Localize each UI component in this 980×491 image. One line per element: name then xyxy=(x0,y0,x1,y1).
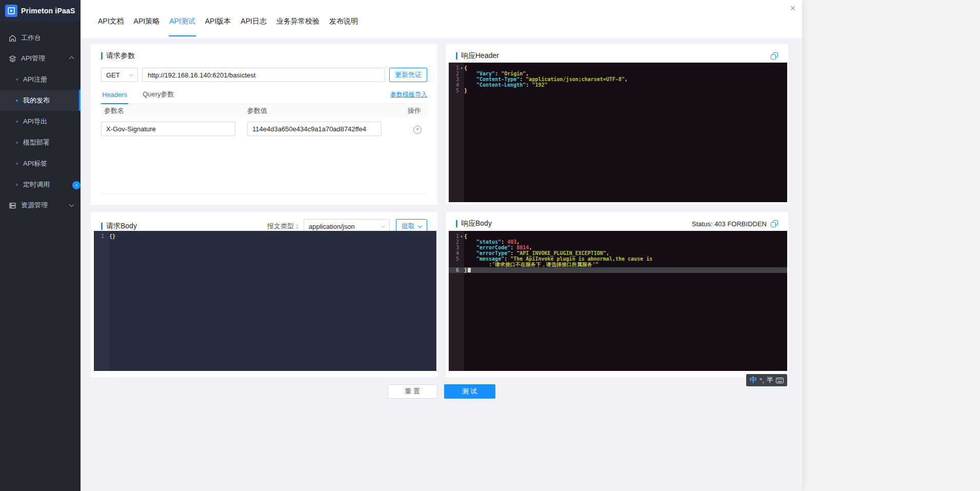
request-body-panel: 请求Body 报文类型： application/json 提取 1{} xyxy=(91,212,437,377)
ime-toolbar[interactable]: 中 °, 半 xyxy=(746,374,787,386)
app-title: Primeton iPaaS xyxy=(21,7,75,15)
title-accent-bar xyxy=(456,52,457,60)
panel-title: 响应Header xyxy=(461,51,499,61)
refresh-credential-button[interactable]: 更新凭证 xyxy=(389,68,427,82)
text-cursor xyxy=(468,268,471,272)
copy-icon[interactable] xyxy=(771,52,778,60)
keyboard-icon[interactable] xyxy=(776,378,784,383)
reset-button[interactable]: 重 置 xyxy=(388,384,437,399)
chevron-down-icon xyxy=(69,202,74,207)
method-value: GET xyxy=(106,71,120,79)
param-tabs: Headers Query参数 参数模板导入 xyxy=(101,90,427,104)
ime-language-indicator[interactable]: 中 xyxy=(750,376,757,385)
panel-title: 请求Body xyxy=(106,222,137,231)
sidebar-item-label: 资源管理 xyxy=(21,201,65,210)
close-icon[interactable]: × xyxy=(790,4,795,13)
bullet-icon xyxy=(16,100,18,102)
content-type-value: application/json xyxy=(309,223,355,230)
sidebar-item-label: 模型部署 xyxy=(23,138,50,147)
column-header-name: 参数名 xyxy=(104,106,247,115)
panel-title-row: 请求参数 xyxy=(101,51,427,61)
sidebar-item-my-publish[interactable]: 我的发布 xyxy=(0,90,81,111)
param-value-input[interactable] xyxy=(247,122,382,136)
sidebar-item-api-management[interactable]: API管理 xyxy=(0,48,81,69)
sidebar-item-api-register[interactable]: API注册 xyxy=(0,69,81,90)
param-table-header: 参数名 参数值 操作 xyxy=(101,104,427,117)
sidebar-item-label: 定时调用 xyxy=(23,180,50,189)
ime-width-indicator[interactable]: 半 xyxy=(767,376,773,385)
bullet-icon xyxy=(16,78,18,81)
sidebar-item-api-export[interactable]: API导出 xyxy=(0,111,81,132)
sidebar-item-model-deploy[interactable]: 模型部署 xyxy=(0,132,81,153)
response-header-panel: 响应Header 1▼{ 2"Vary": "Origin", 3"Conten… xyxy=(446,44,788,205)
method-select[interactable]: GET xyxy=(101,68,138,82)
bullet-icon xyxy=(16,184,18,186)
title-accent-bar xyxy=(101,52,103,60)
panel-title: 请求参数 xyxy=(106,51,135,61)
sidebar-item-label: API标签 xyxy=(23,159,47,168)
tab-release-notes[interactable]: 发布说明 xyxy=(329,17,358,35)
tab-headers[interactable]: Headers xyxy=(101,91,128,104)
code-line: 3"errorCode": 8814, xyxy=(449,245,787,250)
param-template-import-link[interactable]: 参数模板导入 xyxy=(390,90,427,104)
response-body-editor[interactable]: 1▼{ 2"status": 403, 3"errorCode": 8814, … xyxy=(449,231,787,371)
logo-icon xyxy=(5,5,17,17)
sidebar-item-label: API管理 xyxy=(21,54,65,63)
ime-punctuation-indicator[interactable]: °, xyxy=(759,377,764,384)
sidebar: Primeton iPaaS 工作台 API管理 API注册 xyxy=(0,0,81,491)
tab-api-version[interactable]: API版本 xyxy=(205,17,232,35)
layers-icon xyxy=(9,55,16,63)
code-line: 4"errorType": "API_INVOKE_PLUGIN_EXCEPTI… xyxy=(449,250,787,256)
sidebar-item-api-tags[interactable]: API标签 xyxy=(0,153,81,174)
tab-query-params[interactable]: Query参数 xyxy=(142,90,175,104)
title-accent-bar xyxy=(456,220,457,227)
code-line-wrap: :'请求接口不在服务下，请选择接口所属服务'" xyxy=(449,262,787,267)
request-line: GET 更新凭证 xyxy=(101,68,427,82)
copy-icon[interactable] xyxy=(771,220,778,227)
content-grid: 请求参数 GET 更新凭证 Headers Query参数 参数模板导入 参 xyxy=(81,38,802,377)
request-body-editor[interactable]: 1{} xyxy=(94,231,436,371)
sidebar-item-scheduled-call[interactable]: 定时调用 xyxy=(0,174,81,195)
sidebar-item-workbench[interactable]: 工作台 xyxy=(0,28,81,48)
tab-api-policy[interactable]: API策略 xyxy=(133,17,161,35)
request-params-panel: 请求参数 GET 更新凭证 Headers Query参数 参数模板导入 参 xyxy=(91,44,437,205)
status-badge: Status: 403 FORBIDDEN xyxy=(692,220,767,228)
column-header-value: 参数值 xyxy=(247,106,405,115)
code-line: 3"Content-Type": "application/json;chars… xyxy=(449,76,787,82)
response-body-panel: 响应Body Status: 403 FORBIDDEN 1▼{ 2"statu… xyxy=(446,212,788,377)
param-table-empty-area xyxy=(101,136,427,194)
home-icon xyxy=(9,34,16,42)
sidebar-item-resource-management[interactable]: 资源管理 xyxy=(0,195,81,215)
content-type-label: 报文类型： xyxy=(267,222,301,231)
sidebar-collapse-button[interactable]: ‹ xyxy=(72,181,81,189)
sidebar-item-label: API导出 xyxy=(23,117,47,126)
url-input[interactable] xyxy=(142,68,385,82)
app-logo: Primeton iPaaS xyxy=(0,0,81,22)
code-line: 2"status": 403, xyxy=(449,239,787,245)
tab-api-logs[interactable]: API日志 xyxy=(240,17,267,35)
chevron-down-icon xyxy=(129,72,133,76)
param-row: + xyxy=(101,122,427,136)
test-button[interactable]: 测 试 xyxy=(444,384,495,399)
tab-api-test[interactable]: API测试 xyxy=(169,17,196,36)
add-param-button[interactable]: + xyxy=(413,126,422,134)
bullet-icon xyxy=(16,163,18,165)
code-line: 1{} xyxy=(94,233,436,239)
code-line: 5"message": "The ApiInvoke plugin is abn… xyxy=(449,256,787,262)
panel-title-row: 响应Body Status: 403 FORBIDDEN xyxy=(456,219,778,228)
code-line: 1▼{ xyxy=(449,233,787,239)
response-header-editor[interactable]: 1▼{ 2"Vary": "Origin", 3"Content-Type": … xyxy=(449,63,787,202)
chevron-up-icon xyxy=(69,56,74,61)
param-name-input[interactable] xyxy=(101,122,235,136)
code-line: 5} xyxy=(449,88,787,93)
chevron-down-icon xyxy=(418,223,422,227)
server-icon xyxy=(9,202,16,209)
panel-title-row: 响应Header xyxy=(456,51,778,61)
tab-business-exception-check[interactable]: 业务异常校验 xyxy=(276,17,320,35)
panel-title: 响应Body xyxy=(461,219,492,228)
tab-api-docs[interactable]: API文档 xyxy=(97,17,125,35)
chevron-down-icon xyxy=(381,223,385,227)
drawer-tabbar: API文档 API策略 API测试 API版本 API日志 业务异常校验 发布说… xyxy=(81,0,802,38)
bullet-icon xyxy=(16,142,18,144)
code-line: 2"Vary": "Origin", xyxy=(449,71,787,76)
